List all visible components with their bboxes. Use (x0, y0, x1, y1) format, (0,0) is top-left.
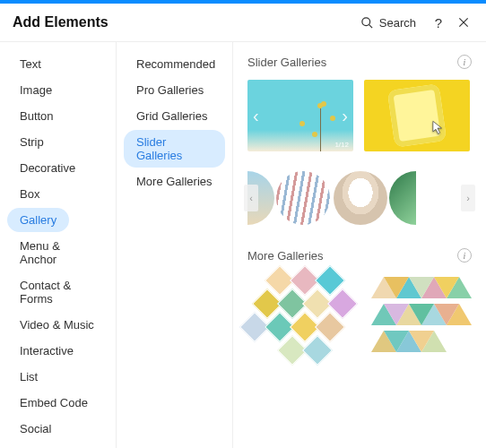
slider-gallery-thumb-2[interactable] (364, 80, 470, 151)
thumb-decor (409, 304, 434, 325)
thumb-decor (276, 171, 330, 225)
nav-item-gallery[interactable]: Gallery (7, 208, 69, 232)
cursor-icon (430, 120, 445, 139)
preview-pane: Slider Galleries i ‹ › 1/12 ‹ (233, 42, 486, 448)
nav-item-box[interactable]: Box (7, 182, 52, 206)
panel-header: Add Elements Search ? (0, 4, 486, 42)
more-section-title: More Galleries (247, 249, 457, 263)
more-gallery-thumb-1[interactable] (247, 273, 353, 359)
chevron-left-icon: ‹ (253, 106, 259, 126)
nav-item-payments[interactable]: Payments (7, 443, 84, 448)
nav-item-menu-anchor[interactable]: Menu & Anchor (7, 234, 108, 271)
nav-item-decorative[interactable]: Decorative (7, 156, 88, 180)
slider-section-title: Slider Galleries (247, 56, 457, 69)
slider-gallery-thumb-3[interactable]: ‹ › (247, 171, 472, 225)
search-icon (360, 16, 374, 30)
thumb-decor (384, 331, 409, 352)
search-label: Search (379, 16, 416, 30)
slider-section-head: Slider Galleries i (247, 55, 472, 69)
info-icon[interactable]: i (457, 248, 472, 263)
close-icon (457, 16, 470, 29)
more-thumbs-row (247, 273, 472, 359)
help-icon: ? (435, 15, 442, 30)
svg-line-1 (369, 24, 372, 28)
thumb-decor (389, 171, 416, 225)
subcategory-list: Recommended Pro Galleries Grid Galleries… (117, 42, 233, 448)
sub-item-pro-galleries[interactable]: Pro Galleries (124, 78, 216, 102)
sub-item-slider-galleries[interactable]: Slider Galleries (124, 130, 225, 168)
nav-item-social[interactable]: Social (7, 417, 64, 441)
nav-item-interactive[interactable]: Interactive (7, 339, 86, 363)
chevron-left-icon: ‹ (244, 185, 258, 211)
nav-item-image[interactable]: Image (7, 78, 65, 102)
thumb-decor (409, 331, 434, 352)
thumb-decor (384, 304, 409, 325)
category-list: Text Image Button Strip Decorative Box G… (0, 42, 117, 448)
slider-thumbs-row: ‹ › 1/12 (247, 80, 472, 151)
help-button[interactable]: ? (429, 13, 448, 32)
thumb-decor (334, 171, 387, 225)
search-button[interactable]: Search (360, 16, 416, 30)
slide-counter: 1/12 (334, 141, 349, 149)
thumb-decor (434, 304, 459, 325)
more-gallery-thumb-2[interactable] (366, 273, 472, 359)
slider-gallery-thumb-1[interactable]: ‹ › 1/12 (247, 80, 353, 151)
sub-item-grid-galleries[interactable]: Grid Galleries (124, 104, 220, 128)
nav-item-strip[interactable]: Strip (7, 130, 56, 154)
sub-item-more-galleries[interactable]: More Galleries (124, 169, 225, 194)
nav-item-text[interactable]: Text (7, 52, 54, 76)
nav-item-video-music[interactable]: Video & Music (7, 313, 107, 337)
info-icon[interactable]: i (457, 55, 472, 69)
nav-item-embed-code[interactable]: Embed Code (7, 391, 100, 415)
chevron-right-icon: › (342, 106, 348, 126)
nav-item-list[interactable]: List (7, 365, 50, 389)
more-section-head: More Galleries i (247, 248, 472, 263)
panel-title: Add Elements (13, 14, 360, 30)
thumb-decor (434, 277, 459, 298)
thumb-decor (409, 277, 434, 298)
sub-item-recommended[interactable]: Recommended (124, 52, 228, 76)
thumb-decor (384, 277, 409, 298)
nav-item-contact-forms[interactable]: Contact & Forms (7, 273, 108, 311)
nav-item-button[interactable]: Button (7, 104, 66, 128)
panel-body: Text Image Button Strip Decorative Box G… (0, 42, 486, 448)
svg-point-0 (362, 17, 370, 25)
close-button[interactable] (454, 13, 473, 32)
chevron-right-icon: › (461, 185, 475, 211)
